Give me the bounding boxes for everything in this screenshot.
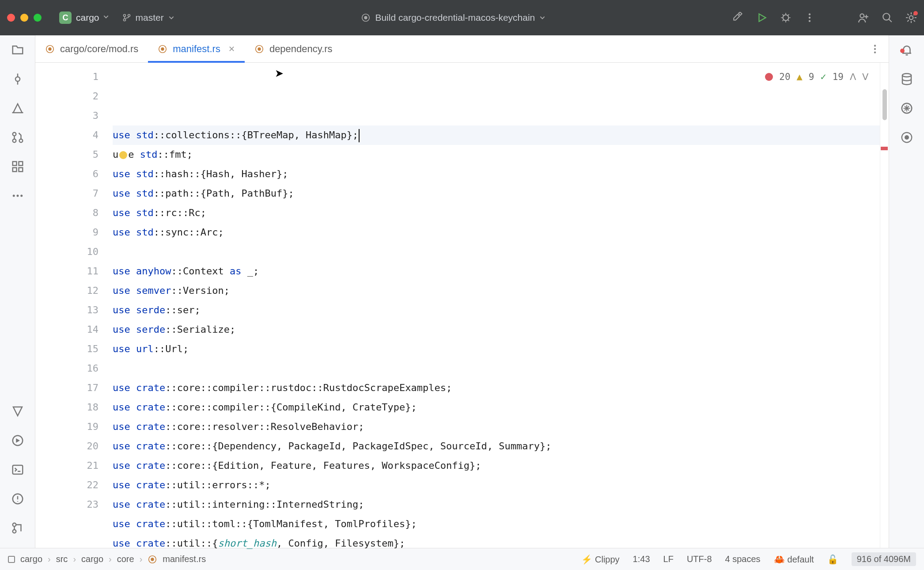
line-number[interactable]: 3	[35, 106, 98, 125]
line-number[interactable]: 11	[35, 262, 98, 281]
editor-tabs: cargo/core/mod.rs manifest.rs ✕ dependen…	[35, 35, 889, 63]
code-line[interactable]: use crate::core::compiler::{CompileKind,…	[113, 398, 880, 417]
editor-tab[interactable]: manifest.rs ✕	[148, 35, 245, 62]
svg-point-39	[13, 523, 16, 527]
commit-tool-icon[interactable]	[11, 72, 24, 86]
cargo-tool-icon[interactable]	[900, 131, 913, 144]
line-number[interactable]: 13	[35, 300, 98, 320]
line-number[interactable]: 12	[35, 281, 98, 300]
close-tab-icon[interactable]: ✕	[228, 44, 235, 54]
code-line[interactable]: use crate::util::toml::{TomlManifest, To…	[113, 514, 880, 534]
pull-requests-tool-icon[interactable]	[11, 131, 24, 144]
more-tool-icon[interactable]	[11, 189, 24, 202]
svg-point-28	[258, 47, 261, 50]
code-line[interactable]: use std::sync::Arc;	[113, 223, 880, 242]
line-number[interactable]: 4	[35, 125, 98, 145]
line-number[interactable]: 9	[35, 223, 98, 242]
error-stripe[interactable]	[880, 63, 889, 548]
bookmarks-tool-icon[interactable]	[11, 102, 24, 115]
line-number[interactable]: 16	[35, 359, 98, 378]
code-line[interactable]: use crate::util::errors::*;	[113, 475, 880, 495]
chevron-down-icon[interactable]	[103, 14, 109, 22]
code-line[interactable]: use crate::core::resolver::ResolveBehavi…	[113, 417, 880, 437]
project-name[interactable]: cargo	[76, 12, 99, 23]
code-line[interactable]: use anyhow::Context as _;	[113, 262, 880, 281]
breadcrumb-item[interactable]: src	[56, 554, 68, 564]
vcs-branch-widget[interactable]: master	[122, 12, 174, 23]
project-badge[interactable]: C	[59, 11, 72, 24]
error-marker[interactable]	[881, 147, 888, 150]
line-number[interactable]: 20	[35, 437, 98, 456]
close-window-button[interactable]	[7, 14, 15, 22]
services-tool-icon[interactable]	[11, 434, 24, 447]
gutter[interactable]: 1234567891011121314151617181920212223	[35, 63, 113, 548]
editor-body[interactable]: 1234567891011121314151617181920212223 20…	[35, 63, 889, 548]
breadcrumb-item[interactable]: cargo	[81, 554, 103, 564]
line-number[interactable]: 5	[35, 145, 98, 164]
chevron-down-icon[interactable]	[539, 12, 545, 23]
code-line[interactable]: use std::collections::{BTreeMap, HashMap…	[113, 125, 880, 145]
code-line[interactable]: use std::path::{Path, PathBuf};	[113, 184, 880, 203]
search-icon[interactable]	[882, 12, 893, 23]
maximize-window-button[interactable]	[34, 14, 42, 22]
line-number[interactable]: 1	[35, 67, 98, 87]
code-line[interactable]: use crate::util::{short_hash, Config, Fi…	[113, 534, 880, 553]
code-line[interactable]: ue std::fmt;	[113, 145, 880, 164]
inspections-widget[interactable]: 20 ▲ 9 ✓ 19 ᐱ ᐯ	[765, 67, 868, 87]
breadcrumb-item[interactable]: cargo	[20, 554, 42, 564]
debug-icon[interactable]	[780, 12, 791, 23]
ai-assistant-icon[interactable]	[900, 102, 913, 115]
tab-list-icon[interactable]	[869, 43, 881, 55]
code-line[interactable]	[113, 242, 880, 262]
code-line[interactable]: use std::rc::Rc;	[113, 203, 880, 223]
line-number[interactable]: 22	[35, 475, 98, 495]
code-area[interactable]: 20 ▲ 9 ✓ 19 ᐱ ᐯ use std::collections::{B…	[113, 63, 880, 548]
code-line[interactable]: use std::hash::{Hash, Hasher};	[113, 164, 880, 184]
code-line[interactable]: use crate::core::{Dependency, PackageId,…	[113, 437, 880, 456]
minimize-window-button[interactable]	[20, 14, 28, 22]
line-number[interactable]: 17	[35, 378, 98, 398]
hammer-icon[interactable]	[732, 12, 744, 23]
code-line[interactable]	[113, 359, 880, 378]
line-number[interactable]: 19	[35, 417, 98, 437]
line-number[interactable]: 21	[35, 456, 98, 475]
code-line[interactable]: use crate::core::compiler::rustdoc::Rust…	[113, 378, 880, 398]
line-number[interactable]: 8	[35, 203, 98, 223]
code-line[interactable]: use serde::ser;	[113, 300, 880, 320]
notifications-icon[interactable]	[900, 43, 913, 57]
terminal-tool-icon[interactable]	[11, 463, 24, 476]
structure-tool-icon[interactable]	[11, 160, 24, 173]
code-line[interactable]: use crate::core::{Edition, Feature, Feat…	[113, 456, 880, 475]
problems-tool-icon[interactable]	[11, 492, 24, 505]
settings-icon[interactable]	[905, 12, 917, 23]
vcs-tool-icon[interactable]	[11, 521, 24, 535]
run-icon[interactable]	[756, 12, 768, 23]
code-line[interactable]	[113, 553, 880, 570]
editor-tab[interactable]: cargo/core/mod.rs	[35, 35, 148, 62]
code-line[interactable]: use url::Url;	[113, 339, 880, 359]
more-icon[interactable]	[804, 12, 815, 23]
code-line[interactable]: use semver::Version;	[113, 281, 880, 300]
line-number[interactable]: 7	[35, 184, 98, 203]
branch-name: master	[136, 12, 164, 23]
code-line[interactable]: use crate::util::interning::InternedStri…	[113, 495, 880, 514]
code-line[interactable]: use serde::Serialize;	[113, 320, 880, 339]
run-configuration-selector[interactable]: Build cargo-credential-macos-keychain	[361, 12, 545, 23]
chevron-up-icon[interactable]: ᐱ	[850, 67, 856, 87]
chevron-down-icon[interactable]	[168, 12, 174, 23]
code-with-me-icon[interactable]	[858, 12, 869, 23]
database-tool-icon[interactable]	[900, 72, 913, 86]
intention-bulb-icon[interactable]	[119, 151, 127, 159]
editor-tab[interactable]: dependency.rs	[245, 35, 342, 62]
line-number[interactable]: 18	[35, 398, 98, 417]
project-tool-icon[interactable]	[11, 43, 24, 57]
build-tool-icon[interactable]	[11, 405, 24, 418]
line-number[interactable]: 6	[35, 164, 98, 184]
line-number[interactable]: 15	[35, 339, 98, 359]
line-number[interactable]: 14	[35, 320, 98, 339]
line-number[interactable]: 2	[35, 87, 98, 106]
chevron-down-icon[interactable]: ᐯ	[862, 67, 868, 87]
line-number[interactable]: 10	[35, 242, 98, 262]
line-number[interactable]: 23	[35, 495, 98, 514]
scrollbar-thumb[interactable]	[882, 89, 887, 120]
